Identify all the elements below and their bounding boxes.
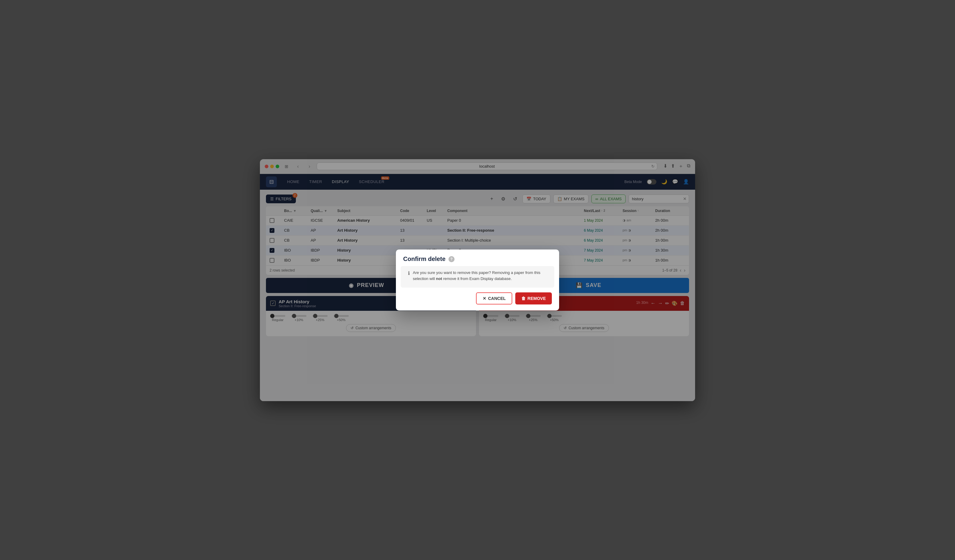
- remove-button[interactable]: 🗑 REMOVE: [515, 292, 552, 304]
- dialog-help-icon[interactable]: ?: [448, 256, 454, 262]
- dialog-message-part2: remove it from Exam Display database.: [442, 276, 512, 281]
- dialog-body: ℹ Are you sure you want to remove this p…: [401, 266, 554, 287]
- dialog-info-icon: ℹ: [408, 270, 410, 276]
- dialog-message: Are you sure you want to remove this pap…: [413, 270, 547, 281]
- cancel-button[interactable]: ✕ CANCEL: [476, 292, 512, 304]
- remove-icon: 🗑: [521, 296, 526, 301]
- modal-overlay[interactable]: Confirm delete ? ℹ Are you sure you want…: [0, 0, 955, 560]
- dialog-title: Confirm delete: [403, 256, 445, 262]
- confirm-delete-dialog: Confirm delete ? ℹ Are you sure you want…: [396, 250, 559, 310]
- remove-label: REMOVE: [528, 296, 546, 301]
- dialog-header: Confirm delete ?: [396, 250, 559, 266]
- cancel-icon: ✕: [483, 296, 486, 301]
- dialog-footer: ✕ CANCEL 🗑 REMOVE: [396, 292, 559, 310]
- cancel-label: CANCEL: [488, 296, 506, 301]
- dialog-message-bold: not: [436, 276, 442, 281]
